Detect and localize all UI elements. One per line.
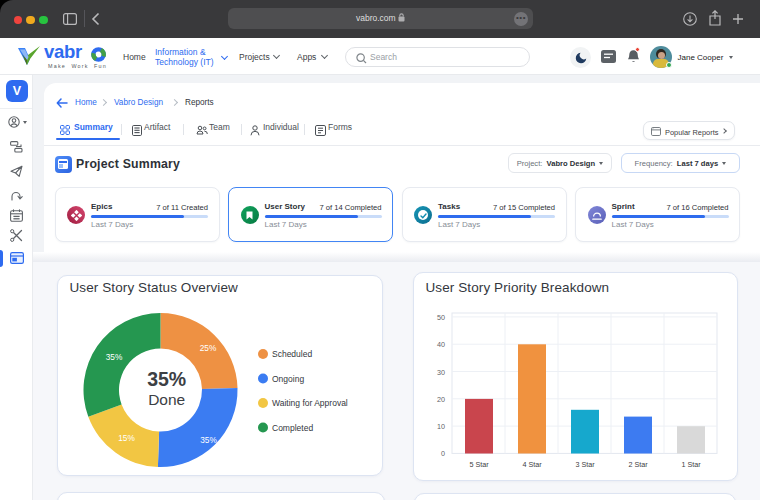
svg-text:10: 10 [437, 422, 445, 431]
svg-text:50: 50 [437, 313, 445, 322]
svg-text:30: 30 [437, 368, 445, 377]
svg-text:35%: 35% [200, 435, 217, 445]
svg-text:15%: 15% [118, 433, 135, 443]
svg-text:3 Star: 3 Star [575, 460, 595, 469]
svg-text:4 Star: 4 Star [522, 460, 542, 469]
svg-text:Waiting for Approval: Waiting for Approval [272, 398, 348, 408]
svg-text:Completed: Completed [272, 423, 313, 433]
svg-text:40: 40 [437, 340, 445, 349]
svg-text:Scheduled: Scheduled [272, 349, 312, 359]
svg-text:1 Star: 1 Star [681, 460, 701, 469]
svg-text:Done: Done [148, 391, 185, 408]
svg-text:25%: 25% [200, 343, 217, 353]
svg-text:35%: 35% [106, 352, 123, 362]
svg-text:Ongoing: Ongoing [272, 374, 304, 384]
svg-text:5 Star: 5 Star [469, 460, 489, 469]
svg-text:35%: 35% [147, 368, 186, 390]
svg-text:2 Star: 2 Star [628, 460, 648, 469]
svg-text:20: 20 [437, 395, 445, 404]
svg-text:0: 0 [441, 449, 445, 458]
